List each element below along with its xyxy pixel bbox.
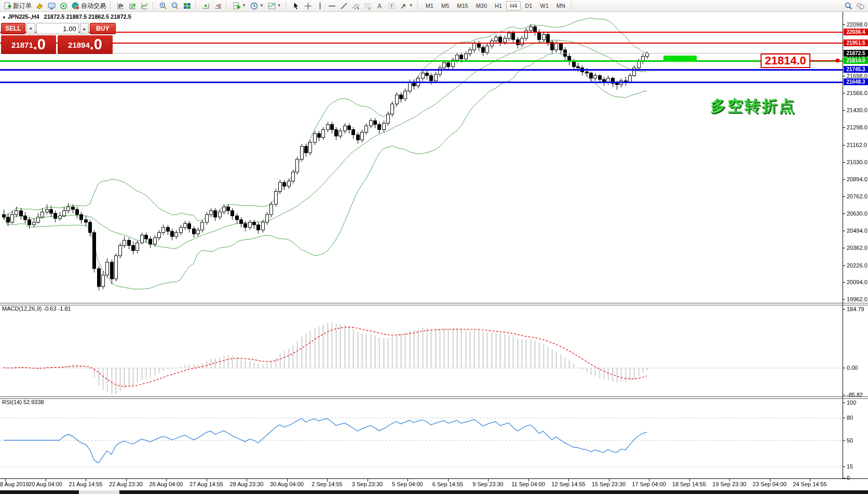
vertical-line-icon (316, 2, 324, 10)
buy-price-big: .0 (90, 35, 102, 53)
autotrading-icon (72, 2, 79, 10)
main-macd-separator[interactable] (0, 303, 868, 305)
timeframe-H1[interactable]: H1 (491, 1, 506, 10)
chart-canvas[interactable] (0, 0, 868, 494)
channel-tool-button[interactable]: E (350, 0, 362, 11)
macd-tick-mark (843, 368, 845, 368)
periods-button[interactable]: ▼ (248, 0, 266, 11)
macd-tick-mark (843, 309, 845, 310)
horizontal-level-line-22036.4[interactable] (0, 32, 843, 33)
terminal-button[interactable] (46, 0, 58, 11)
timeframe-W1[interactable]: W1 (536, 1, 552, 10)
price-tick-mark (843, 110, 845, 111)
sell-button-label: SELL (5, 25, 21, 32)
price-tick-label: 19962.0 (847, 296, 867, 302)
time-tick-label: 23 Sep 04:00 (753, 481, 786, 487)
auto-scroll-button[interactable] (200, 0, 212, 11)
volume-increase-button[interactable]: ▲ (80, 23, 89, 34)
periods-dropdown-caret[interactable]: ▼ (260, 4, 264, 8)
collapse-panel-icon[interactable]: ▲ (2, 15, 6, 19)
time-tick-label: 22 Aug 23:30 (109, 481, 143, 487)
macd-rsi-separator[interactable] (0, 396, 868, 399)
svg-text:E: E (357, 7, 359, 10)
horizontal-line-icon (328, 2, 336, 10)
time-tick-label: 18 Sep 14:55 (672, 481, 706, 487)
macd-indicator-label: MACD(12,26,9) -0.63 -1.81 (2, 305, 71, 312)
fibonacci-tool-button[interactable]: F (362, 0, 374, 11)
tile-windows-icon (183, 2, 191, 10)
chat-button[interactable] (855, 0, 866, 11)
svg-text:A: A (377, 3, 382, 10)
new-order-button[interactable]: 新订单 (2, 0, 34, 11)
text-label-tool-button[interactable]: T (386, 0, 398, 11)
line-chart-button[interactable] (139, 0, 151, 11)
candlestick-chart-icon (129, 2, 137, 10)
trendline-icon (340, 2, 348, 10)
crosshair-tool-button[interactable] (302, 0, 314, 11)
horizontal-level-line-21951.5[interactable] (0, 43, 843, 44)
rsi-tick-label: 100 (847, 399, 856, 406)
timeframe-H4[interactable]: H4 (506, 1, 521, 10)
templates-dropdown-caret[interactable]: ▼ (277, 4, 281, 8)
bar-chart-button[interactable] (115, 0, 127, 11)
arrows-dropdown-caret[interactable]: ▼ (409, 4, 413, 8)
autotrading-button[interactable]: 自动交易 (70, 0, 108, 11)
timeframe-MN[interactable]: MN (553, 1, 569, 10)
buy-button[interactable]: BUY (90, 23, 116, 34)
horizontal-level-line-21745.3[interactable] (0, 69, 843, 71)
chart-shift-button[interactable] (212, 0, 224, 11)
zoom-out-button[interactable] (169, 0, 181, 11)
profiles-button[interactable] (34, 0, 46, 11)
indicators-dropdown-caret[interactable]: ▼ (242, 4, 246, 8)
price-tick-mark (843, 299, 845, 300)
time-tick-label: 2 Sep 14:55 (311, 481, 342, 487)
time-tick-label: 27 Aug 14:55 (189, 481, 223, 487)
buy-price-display[interactable]: 21894.0 (58, 35, 113, 54)
price-tick-label: 20094.0 (847, 279, 867, 285)
pivot-highlight-rectangle[interactable] (663, 56, 697, 62)
new-order-label: 新订单 (13, 2, 32, 10)
price-badge-21745.3: 21745.3 (844, 66, 868, 73)
arrows-tool-button[interactable]: ▼ (398, 0, 415, 11)
timeframe-D1[interactable]: D1 (521, 1, 536, 10)
turning-point-annotation[interactable]: 多空转折点 (710, 96, 796, 117)
timeframe-M1[interactable]: M1 (422, 1, 437, 10)
periods-clock-icon (250, 2, 258, 10)
volume-decrease-button[interactable]: ▼ (26, 23, 35, 34)
timeframe-M15[interactable]: M15 (453, 1, 471, 10)
volume-input[interactable] (36, 23, 79, 34)
indicators-button[interactable]: ▼ (230, 0, 248, 11)
timeframe-M5[interactable]: M5 (438, 1, 453, 10)
one-click-trading-panel: SELL ▼ ▲ BUY 21871.0 21894.0 (1, 23, 116, 54)
horizontal-level-line-21814[interactable] (0, 60, 843, 62)
sell-price-display[interactable]: 21871.0 (1, 35, 56, 54)
signals-button[interactable] (58, 0, 70, 11)
spinner-down-icon: ▼ (29, 26, 33, 31)
sell-button[interactable]: SELL (1, 23, 25, 34)
time-tick-label: 15 Sep 23:30 (592, 481, 626, 487)
templates-button[interactable]: ▼ (266, 0, 283, 11)
bottom-status-strip (0, 490, 868, 494)
price-level-callout[interactable]: 21814.0 (761, 54, 810, 68)
toolbar-separator (571, 2, 574, 10)
price-tick-label: 21430.0 (847, 107, 867, 113)
timeframe-M30[interactable]: M30 (472, 1, 491, 10)
rsi-tick-label: 15 (847, 463, 853, 470)
time-tick-label: 19 Sep 23:30 (712, 481, 746, 487)
trendline-tool-button[interactable] (338, 0, 350, 11)
horizontal-line-tool-button[interactable] (326, 0, 338, 11)
zoom-in-button[interactable] (157, 0, 169, 11)
tile-windows-button[interactable] (181, 0, 193, 11)
search-icon (845, 2, 852, 10)
candlestick-chart-button[interactable] (127, 0, 139, 11)
horizontal-level-line-21648.3[interactable] (0, 82, 843, 83)
svg-text:F: F (369, 7, 371, 10)
search-button[interactable] (843, 0, 855, 11)
level-box-anchor-marker[interactable] (836, 59, 839, 62)
vertical-line-tool-button[interactable] (314, 0, 326, 11)
price-tick-mark (843, 76, 845, 76)
new-order-icon (4, 2, 11, 10)
text-tool-button[interactable]: A (374, 0, 386, 11)
cursor-tool-button[interactable] (290, 0, 302, 11)
toolbar-separator (226, 2, 228, 10)
